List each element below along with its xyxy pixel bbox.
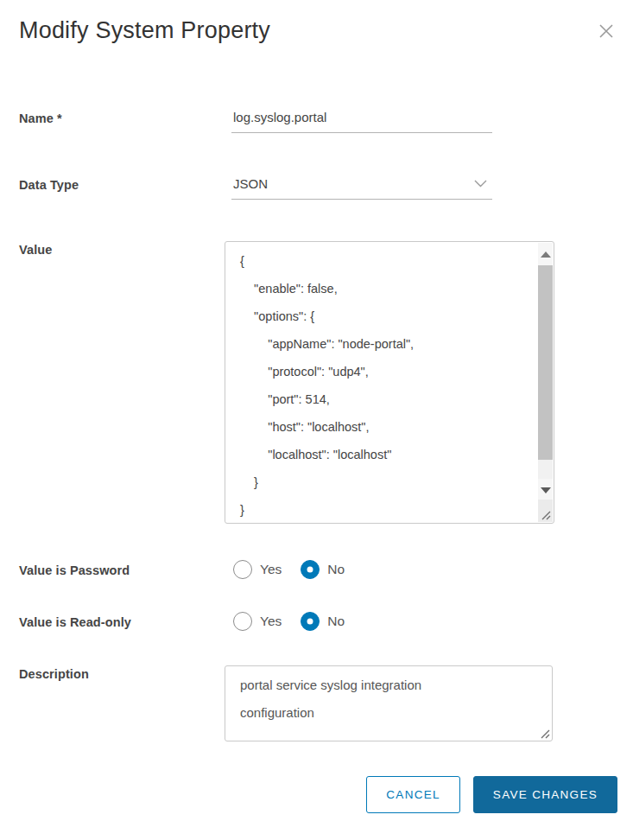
close-button[interactable] — [594, 19, 618, 43]
readonly-yes-option[interactable]: Yes — [233, 612, 282, 631]
description-text: portal service syslog integration config… — [225, 666, 484, 727]
data-type-value: JSON — [233, 176, 268, 191]
data-type-select[interactable]: JSON — [231, 176, 492, 200]
radio-selected-icon[interactable] — [301, 612, 320, 631]
value-is-readonly-row: Value is Read-only Yes No — [19, 614, 618, 631]
save-changes-button[interactable]: SAVE CHANGES — [473, 776, 617, 813]
value-is-password-radio-group: Yes No — [233, 560, 345, 579]
value-scrollbar[interactable] — [538, 243, 553, 501]
chevron-down-icon — [474, 180, 487, 188]
modify-system-property-dialog: Modify System Property Name * Data Type … — [0, 0, 633, 813]
readonly-no-option[interactable]: No — [301, 612, 345, 631]
password-yes-label: Yes — [260, 562, 282, 577]
value-json-text: { "enable": false, "options": { "appName… — [225, 242, 554, 524]
value-is-password-row: Value is Password Yes No — [19, 562, 618, 579]
name-row: Name * — [19, 110, 618, 133]
readonly-no-label: No — [327, 614, 345, 629]
value-is-readonly-label: Value is Read-only — [19, 614, 225, 629]
value-is-password-label: Value is Password — [19, 562, 225, 577]
dialog-title: Modify System Property — [19, 17, 270, 44]
value-label: Value — [19, 241, 225, 257]
scroll-up-button[interactable] — [538, 243, 553, 265]
resize-grip-icon[interactable] — [539, 728, 550, 739]
radio-selected-icon[interactable] — [301, 560, 320, 579]
readonly-yes-label: Yes — [260, 614, 282, 629]
value-is-readonly-radio-group: Yes No — [233, 612, 345, 631]
name-label: Name * — [19, 110, 225, 125]
cancel-button[interactable]: CANCEL — [366, 776, 460, 813]
description-row: Description portal service syslog integr… — [19, 665, 618, 741]
value-row: Value { "enable": false, "options": { "a… — [19, 241, 618, 524]
description-textarea[interactable]: portal service syslog integration config… — [225, 665, 553, 741]
radio-unselected-icon[interactable] — [233, 560, 252, 579]
scroll-down-icon — [541, 487, 551, 493]
data-type-row: Data Type JSON — [19, 176, 618, 200]
dialog-footer: CANCEL SAVE CHANGES — [19, 776, 618, 813]
data-type-label: Data Type — [19, 176, 225, 192]
scrollbar-corner — [538, 500, 553, 522]
name-input[interactable] — [231, 110, 492, 133]
password-yes-option[interactable]: Yes — [233, 560, 282, 579]
scrollbar-track[interactable] — [538, 265, 553, 479]
scrollbar-thumb[interactable] — [538, 265, 553, 460]
resize-grip-icon[interactable] — [540, 509, 551, 520]
scroll-down-button[interactable] — [538, 479, 553, 501]
close-icon — [596, 31, 617, 44]
password-no-option[interactable]: No — [301, 560, 345, 579]
description-label: Description — [19, 665, 225, 681]
dialog-header: Modify System Property — [19, 17, 618, 44]
radio-unselected-icon[interactable] — [233, 612, 252, 631]
password-no-label: No — [327, 562, 345, 577]
value-textarea[interactable]: { "enable": false, "options": { "appName… — [225, 241, 554, 524]
scroll-up-icon — [541, 251, 551, 258]
